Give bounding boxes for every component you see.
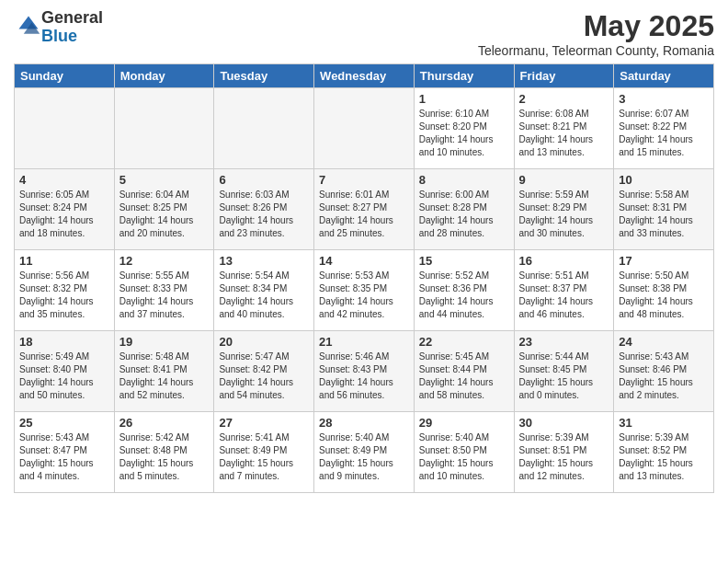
cell-text: Sunrise: 5:42 AM Sunset: 8:48 PM Dayligh…	[119, 431, 210, 483]
cell-text: Sunrise: 5:47 AM Sunset: 8:42 PM Dayligh…	[219, 350, 309, 402]
calendar-cell: 15Sunrise: 5:52 AM Sunset: 8:36 PM Dayli…	[414, 250, 514, 331]
cell-text: Sunrise: 5:40 AM Sunset: 8:50 PM Dayligh…	[419, 431, 509, 483]
cell-text: Sunrise: 6:07 AM Sunset: 8:22 PM Dayligh…	[619, 108, 709, 159]
calendar-cell: 14Sunrise: 5:53 AM Sunset: 8:35 PM Dayli…	[314, 250, 415, 331]
calendar-cell: 4Sunrise: 6:05 AM Sunset: 8:24 PM Daylig…	[15, 169, 115, 250]
day-number: 25	[19, 416, 109, 430]
calendar-cell: 16Sunrise: 5:51 AM Sunset: 8:37 PM Dayli…	[514, 250, 614, 331]
calendar-cell: 17Sunrise: 5:50 AM Sunset: 8:38 PM Dayli…	[614, 250, 714, 331]
subtitle: Teleormanu, Teleorman County, Romania	[478, 43, 714, 58]
day-number: 20	[219, 335, 309, 349]
day-number: 12	[119, 254, 210, 268]
day-number: 23	[519, 335, 609, 349]
calendar-cell: 8Sunrise: 6:00 AM Sunset: 8:28 PM Daylig…	[414, 169, 514, 250]
weekday-header: Thursday	[414, 64, 514, 88]
calendar-cell: 24Sunrise: 5:43 AM Sunset: 8:46 PM Dayli…	[614, 331, 714, 412]
calendar-cell: 1Sunrise: 6:10 AM Sunset: 8:20 PM Daylig…	[414, 88, 514, 169]
day-number: 29	[419, 416, 509, 430]
day-number: 8	[419, 173, 509, 187]
day-number: 10	[619, 173, 709, 187]
cell-text: Sunrise: 6:08 AM Sunset: 8:21 PM Dayligh…	[519, 108, 609, 159]
calendar-cell: 29Sunrise: 5:40 AM Sunset: 8:50 PM Dayli…	[414, 412, 514, 493]
calendar-cell: 20Sunrise: 5:47 AM Sunset: 8:42 PM Dayli…	[214, 331, 314, 412]
day-number: 5	[119, 173, 210, 187]
weekday-header: Wednesday	[314, 64, 415, 88]
month-title: May 2025	[478, 9, 714, 43]
cell-text: Sunrise: 6:04 AM Sunset: 8:25 PM Dayligh…	[119, 189, 210, 240]
calendar-cell: 7Sunrise: 6:01 AM Sunset: 8:27 PM Daylig…	[314, 169, 415, 250]
cell-text: Sunrise: 5:58 AM Sunset: 8:31 PM Dayligh…	[619, 189, 709, 240]
calendar-table: SundayMondayTuesdayWednesdayThursdayFrid…	[14, 63, 714, 493]
calendar-cell: 11Sunrise: 5:56 AM Sunset: 8:32 PM Dayli…	[15, 250, 115, 331]
cell-text: Sunrise: 5:46 AM Sunset: 8:43 PM Dayligh…	[319, 350, 409, 402]
weekday-header: Friday	[514, 64, 614, 88]
cell-text: Sunrise: 5:39 AM Sunset: 8:51 PM Dayligh…	[519, 431, 609, 483]
calendar-cell: 30Sunrise: 5:39 AM Sunset: 8:51 PM Dayli…	[514, 412, 614, 493]
calendar-cell: 3Sunrise: 6:07 AM Sunset: 8:22 PM Daylig…	[614, 88, 714, 169]
cell-text: Sunrise: 5:43 AM Sunset: 8:47 PM Dayligh…	[19, 431, 109, 483]
day-number: 27	[219, 416, 309, 430]
day-number: 13	[219, 254, 309, 268]
weekday-header: Monday	[114, 64, 214, 88]
cell-text: Sunrise: 5:48 AM Sunset: 8:41 PM Dayligh…	[119, 350, 210, 402]
calendar-cell: 19Sunrise: 5:48 AM Sunset: 8:41 PM Dayli…	[114, 331, 214, 412]
calendar-row: 1Sunrise: 6:10 AM Sunset: 8:20 PM Daylig…	[15, 88, 714, 169]
cell-text: Sunrise: 5:41 AM Sunset: 8:49 PM Dayligh…	[219, 431, 309, 483]
weekday-header: Saturday	[614, 64, 714, 88]
calendar-row: 18Sunrise: 5:49 AM Sunset: 8:40 PM Dayli…	[15, 331, 714, 412]
day-number: 31	[619, 416, 709, 430]
cell-text: Sunrise: 5:39 AM Sunset: 8:52 PM Dayligh…	[619, 431, 709, 483]
cell-text: Sunrise: 6:01 AM Sunset: 8:27 PM Dayligh…	[319, 189, 409, 240]
day-number: 7	[319, 173, 409, 187]
calendar-cell	[15, 88, 115, 169]
day-number: 3	[619, 92, 709, 106]
calendar-cell: 9Sunrise: 5:59 AM Sunset: 8:29 PM Daylig…	[514, 169, 614, 250]
cell-text: Sunrise: 6:00 AM Sunset: 8:28 PM Dayligh…	[419, 189, 509, 240]
day-number: 18	[19, 335, 109, 349]
cell-text: Sunrise: 5:56 AM Sunset: 8:32 PM Dayligh…	[19, 270, 109, 321]
day-number: 14	[319, 254, 409, 268]
logo-general-text: General	[41, 8, 103, 27]
cell-text: Sunrise: 5:59 AM Sunset: 8:29 PM Dayligh…	[519, 189, 609, 240]
cell-text: Sunrise: 5:40 AM Sunset: 8:49 PM Dayligh…	[319, 431, 409, 483]
cell-text: Sunrise: 5:45 AM Sunset: 8:44 PM Dayligh…	[419, 350, 509, 402]
weekday-header: Sunday	[15, 64, 115, 88]
page: General Blue May 2025 Teleormanu, Teleor…	[0, 0, 728, 563]
calendar-cell: 25Sunrise: 5:43 AM Sunset: 8:47 PM Dayli…	[15, 412, 115, 493]
logo-icon	[16, 13, 41, 39]
calendar-cell: 21Sunrise: 5:46 AM Sunset: 8:43 PM Dayli…	[314, 331, 415, 412]
calendar-cell: 2Sunrise: 6:08 AM Sunset: 8:21 PM Daylig…	[514, 88, 614, 169]
calendar-cell: 10Sunrise: 5:58 AM Sunset: 8:31 PM Dayli…	[614, 169, 714, 250]
calendar-cell: 22Sunrise: 5:45 AM Sunset: 8:44 PM Dayli…	[414, 331, 514, 412]
cell-text: Sunrise: 6:05 AM Sunset: 8:24 PM Dayligh…	[19, 189, 109, 240]
day-number: 11	[19, 254, 109, 268]
cell-text: Sunrise: 5:43 AM Sunset: 8:46 PM Dayligh…	[619, 350, 709, 402]
calendar-cell: 18Sunrise: 5:49 AM Sunset: 8:40 PM Dayli…	[15, 331, 115, 412]
calendar-cell: 5Sunrise: 6:04 AM Sunset: 8:25 PM Daylig…	[114, 169, 214, 250]
cell-text: Sunrise: 5:55 AM Sunset: 8:33 PM Dayligh…	[119, 270, 210, 321]
cell-text: Sunrise: 5:53 AM Sunset: 8:35 PM Dayligh…	[319, 270, 409, 321]
day-number: 17	[619, 254, 709, 268]
day-number: 15	[419, 254, 509, 268]
day-number: 6	[219, 173, 309, 187]
logo-blue-text: Blue	[41, 27, 77, 45]
day-number: 28	[319, 416, 409, 430]
calendar-cell: 6Sunrise: 6:03 AM Sunset: 8:26 PM Daylig…	[214, 169, 314, 250]
day-number: 2	[519, 92, 609, 106]
calendar-cell: 12Sunrise: 5:55 AM Sunset: 8:33 PM Dayli…	[114, 250, 214, 331]
calendar-cell: 13Sunrise: 5:54 AM Sunset: 8:34 PM Dayli…	[214, 250, 314, 331]
day-number: 26	[119, 416, 210, 430]
calendar-cell: 27Sunrise: 5:41 AM Sunset: 8:49 PM Dayli…	[214, 412, 314, 493]
calendar-row: 25Sunrise: 5:43 AM Sunset: 8:47 PM Dayli…	[15, 412, 714, 493]
header: General Blue May 2025 Teleormanu, Teleor…	[14, 9, 714, 58]
cell-text: Sunrise: 6:03 AM Sunset: 8:26 PM Dayligh…	[219, 189, 309, 240]
day-number: 4	[19, 173, 109, 187]
day-number: 19	[119, 335, 210, 349]
day-number: 24	[619, 335, 709, 349]
calendar-cell: 31Sunrise: 5:39 AM Sunset: 8:52 PM Dayli…	[614, 412, 714, 493]
cell-text: Sunrise: 5:54 AM Sunset: 8:34 PM Dayligh…	[219, 270, 309, 321]
calendar-cell: 26Sunrise: 5:42 AM Sunset: 8:48 PM Dayli…	[114, 412, 214, 493]
cell-text: Sunrise: 5:51 AM Sunset: 8:37 PM Dayligh…	[519, 270, 609, 321]
calendar-header-row: SundayMondayTuesdayWednesdayThursdayFrid…	[15, 64, 714, 88]
day-number: 30	[519, 416, 609, 430]
